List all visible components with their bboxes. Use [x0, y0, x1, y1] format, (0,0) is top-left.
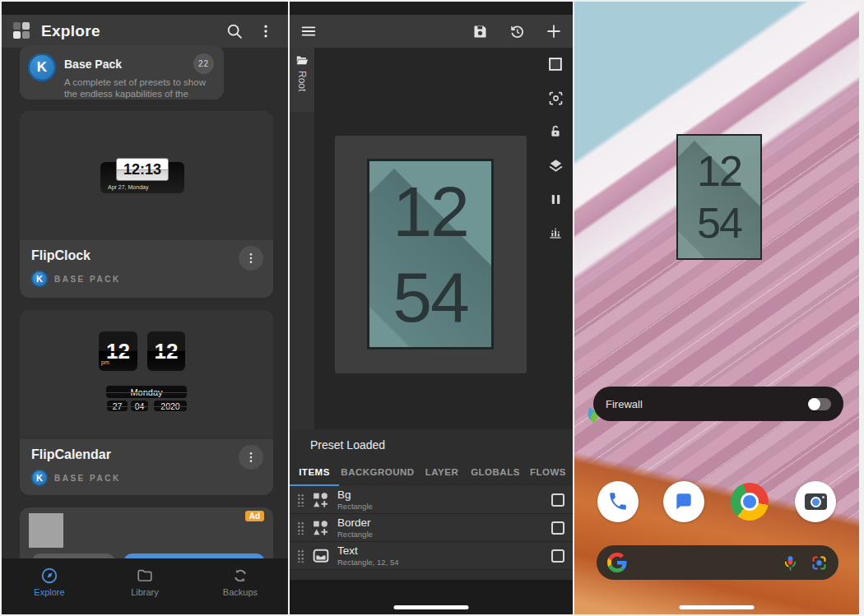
preset-title: FlipCalendar — [31, 447, 262, 462]
flipcalendar-month: 04 — [135, 401, 145, 411]
kustom-pack-icon: K — [28, 53, 56, 81]
drag-handle-icon[interactable] — [297, 493, 305, 507]
search-icon[interactable] — [224, 21, 245, 42]
widget-preview[interactable]: 12 54 — [367, 159, 494, 350]
pause-icon[interactable] — [545, 188, 566, 210]
item-row-bg[interactable]: Bg Rectangle — [290, 486, 573, 514]
clock-widget[interactable]: 12 54 — [676, 134, 762, 260]
status-bar — [290, 2, 573, 15]
flipcalendar-weekday-bar: Monday — [106, 386, 187, 398]
lock-icon[interactable] — [545, 121, 566, 142]
flipcalendar-minute-card: 12 — [147, 331, 185, 371]
nav-tab-backups[interactable]: Backups — [193, 558, 288, 614]
camera-app-icon[interactable] — [795, 481, 836, 522]
layer-breadcrumb-strip: Root — [290, 48, 314, 429]
status-text: Preset Loaded — [310, 438, 385, 452]
chrome-app-icon[interactable] — [729, 481, 770, 522]
pack-badge-icon: K — [31, 271, 48, 287]
flipclock-widget-thumbnail: 12:13 Apr 27, Monday — [100, 162, 184, 193]
nav-label: Library — [131, 587, 159, 597]
add-icon[interactable] — [543, 21, 564, 42]
drag-handle-icon[interactable] — [297, 549, 305, 563]
flipclock-date: Apr 27, Monday — [108, 184, 148, 190]
flipcalendar-hour: 12 — [106, 339, 130, 364]
flipcalendar-year-bar: 2020 — [154, 401, 187, 411]
pack-description-line1: A complete set of presets to show — [64, 76, 214, 88]
flipclock-card-footer: FlipClock K BASE PACK — [20, 240, 273, 298]
widget-minute-text: 54 — [697, 197, 741, 249]
folder-icon — [136, 567, 154, 585]
item-subtitle: Rectangle — [337, 502, 373, 511]
nav-label: Backups — [223, 587, 258, 597]
compass-icon — [40, 567, 58, 585]
editor-tab-bar: ITEMS BACKGROUND LAYER GLOBALS FLOWS — [290, 460, 573, 486]
status-message: Preset Loaded — [290, 429, 573, 460]
tab-layer[interactable]: LAYER — [416, 460, 467, 486]
breadcrumb-root-tab[interactable]: Root — [290, 48, 314, 112]
flipcalendar-preview: 12 pm 12 Monday 27 04 — [20, 310, 273, 439]
firewall-toggle-widget[interactable]: Firewall — [593, 387, 843, 421]
stats-icon[interactable] — [545, 222, 566, 243]
center-focus-icon[interactable] — [545, 87, 566, 109]
item-name: Text — [337, 545, 398, 557]
save-icon[interactable] — [469, 21, 490, 42]
screenshot-triptych: Explore K Base Pack 22 A complete set of… — [0, 0, 864, 616]
menu-icon[interactable] — [298, 21, 319, 42]
preview-minute-text: 54 — [393, 254, 468, 340]
sync-icon — [231, 567, 249, 585]
widget-bounds-icon[interactable] — [545, 53, 566, 75]
item-row-text[interactable]: Text Rectangle, 12, 54 — [290, 542, 573, 570]
editor-canvas[interactable]: Root 12 54 — [290, 48, 573, 429]
breadcrumb-label: Root — [296, 71, 308, 91]
drag-handle-icon[interactable] — [297, 521, 305, 535]
preset-menu-button[interactable] — [239, 445, 263, 470]
flipcalendar-month-bar: 04 — [131, 401, 148, 411]
voice-search-mic-icon[interactable] — [782, 554, 799, 572]
google-search-bar[interactable] — [597, 545, 838, 580]
nav-tab-library[interactable]: Library — [97, 558, 193, 614]
flipcalendar-hour-card: 12 pm — [99, 331, 137, 371]
flipcalendar-year: 2020 — [160, 401, 179, 411]
pack-card-base-pack[interactable]: K Base Pack 22 A complete set of presets… — [20, 45, 224, 100]
item-list: Bg Rectangle Border Rectangle Text — [290, 486, 573, 570]
tab-background[interactable]: BACKGROUND — [339, 460, 416, 486]
flipclock-preview: 12:13 Apr 27, Monday — [20, 111, 273, 240]
pack-description-line2: the endless kapabilities of the — [64, 88, 214, 100]
shapes-icon — [313, 520, 329, 536]
ad-badge: Ad — [245, 511, 264, 521]
google-lens-icon[interactable] — [811, 554, 828, 572]
google-g-icon[interactable] — [607, 553, 627, 572]
preset-card-flipclock[interactable]: 12:13 Apr 27, Monday FlipClock K BASE PA… — [20, 111, 273, 298]
explore-scroll-area[interactable]: K Base Pack 22 A complete set of presets… — [2, 48, 288, 614]
pack-name-label: BASE PACK — [54, 275, 121, 284]
preset-card-flipcalendar[interactable]: 12 pm 12 Monday 27 04 — [20, 310, 273, 495]
item-row-border[interactable]: Border Rectangle — [290, 514, 573, 542]
tab-flows[interactable]: FLOWS — [523, 460, 573, 486]
more-options-icon[interactable] — [255, 21, 276, 42]
messages-app-icon[interactable] — [663, 481, 704, 522]
bottom-navigation: Explore Library Backups — [2, 558, 288, 614]
flipcalendar-minute: 12 — [155, 339, 179, 364]
chrome-ball-icon — [731, 483, 769, 521]
tab-globals[interactable]: GLOBALS — [467, 460, 523, 486]
home-indicator[interactable] — [680, 605, 755, 609]
page-title: Explore — [41, 22, 100, 40]
nav-tab-explore[interactable]: Explore — [2, 558, 97, 614]
editor-tools-column — [545, 53, 566, 243]
firewall-switch-off[interactable] — [809, 398, 831, 410]
explore-app-bar: Explore — [2, 15, 288, 48]
layers-icon[interactable] — [545, 155, 566, 176]
widget-preview-frame[interactable]: 12 54 — [335, 136, 527, 373]
item-select-checkbox[interactable] — [551, 493, 564, 507]
home-screen[interactable]: 12 54 Firewall — [574, 2, 859, 614]
tab-items[interactable]: ITEMS — [290, 460, 339, 486]
item-select-checkbox[interactable] — [551, 549, 564, 563]
home-indicator[interactable] — [394, 605, 469, 609]
history-icon[interactable] — [506, 21, 527, 42]
open-folder-icon — [295, 53, 309, 66]
item-name: Bg — [337, 489, 373, 501]
phone-app-icon[interactable] — [597, 481, 639, 522]
widget-hour-text: 12 — [697, 146, 741, 197]
item-select-checkbox[interactable] — [551, 521, 564, 535]
preset-menu-button[interactable] — [239, 246, 263, 271]
